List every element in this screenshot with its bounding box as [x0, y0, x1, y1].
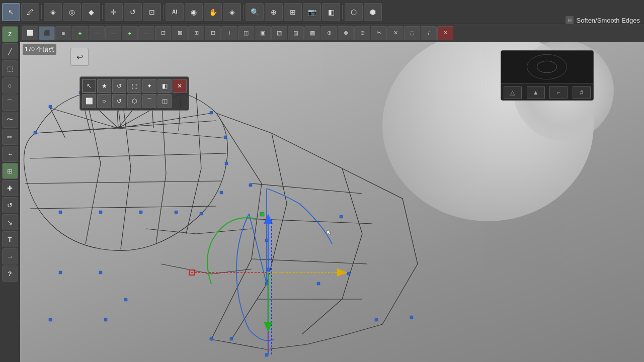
sidebar-offset-btn[interactable]: ⌁: [2, 146, 18, 162]
ext-btn[interactable]: ⊞: [188, 26, 204, 40]
bw-btn[interactable]: ▩: [304, 26, 320, 40]
mini-paint-btn[interactable]: ◫: [157, 94, 172, 108]
svg-rect-22: [210, 337, 213, 340]
sidebar-line-btn[interactable]: ╱: [2, 43, 18, 59]
hand-btn[interactable]: ✋: [204, 3, 222, 21]
panel-grid-btn[interactable]: #: [573, 86, 591, 99]
jitter-btn[interactable]: ≀: [221, 26, 237, 40]
del-btn[interactable]: ✕: [437, 26, 453, 40]
sidebar-tape-btn[interactable]: →: [2, 248, 18, 264]
fog-btn[interactable]: ◌: [404, 26, 420, 40]
sep3: [163, 5, 164, 19]
shaded-btn[interactable]: ◫: [238, 26, 254, 40]
ai-btn[interactable]: AI: [166, 3, 184, 21]
svg-rect-13: [139, 211, 142, 214]
mini-rotate-btn[interactable]: ↺: [112, 79, 126, 93]
mini-toolbar: ↖ ★ ↺ ⬚ ✦ ◧ ✕ ⬜ ○ ↺ ⬡ ⌒ ◫: [79, 76, 189, 111]
section-btn[interactable]: ◧: [322, 3, 340, 21]
obj2-btn[interactable]: ⬢: [364, 3, 382, 21]
lines-btn[interactable]: ≡: [55, 26, 71, 40]
follow-btn[interactable]: ◉: [185, 3, 203, 21]
panel-up-outline-btn[interactable]: △: [504, 86, 522, 99]
sidebar-pushpull-btn[interactable]: ⊞: [2, 163, 18, 179]
mono-btn[interactable]: ▧: [271, 26, 287, 40]
svg-rect-19: [265, 282, 268, 285]
panel-up-filled-btn[interactable]: ▲: [527, 86, 545, 99]
mini-scale-btn[interactable]: ⬚: [127, 79, 141, 93]
mini-crease-btn[interactable]: ◧: [157, 79, 172, 93]
zoomwin-btn[interactable]: ⊞: [284, 3, 302, 21]
end-btn[interactable]: ⊟: [205, 26, 221, 40]
mini-loop-btn[interactable]: ↺: [112, 94, 126, 108]
profile-btn[interactable]: ⊡: [155, 26, 171, 40]
svg-rect-25: [347, 272, 350, 275]
mini-select-btn[interactable]: ↖: [82, 79, 96, 93]
pencil-btn[interactable]: 🖊: [21, 3, 39, 21]
back-button[interactable]: ↩: [70, 48, 89, 66]
sidebar-circle-btn[interactable]: ○: [2, 77, 18, 94]
mini-polygon-btn[interactable]: ⬡: [127, 94, 141, 108]
axes-btn[interactable]: ⊗: [338, 26, 354, 40]
texture-btn[interactable]: ▣: [255, 26, 271, 40]
svg-rect-32: [49, 318, 52, 321]
rotate-btn[interactable]: ↺: [124, 3, 142, 21]
sidebar-help-btn[interactable]: ?: [2, 265, 18, 282]
mini-ellipse-btn[interactable]: ○: [97, 94, 111, 108]
sep5: [342, 5, 343, 19]
dash-btn[interactable]: —: [89, 26, 105, 40]
cut-btn[interactable]: ✂: [371, 26, 387, 40]
paint-btn[interactable]: ◆: [82, 3, 100, 21]
linestyle-btn[interactable]: —: [105, 26, 121, 40]
sidebar-scale-btn[interactable]: ↘: [2, 214, 18, 230]
mini-box-btn[interactable]: ⬜: [82, 94, 96, 108]
svg-rect-43: [501, 51, 593, 83]
sidebar-rotate-btn[interactable]: ↺: [2, 197, 18, 213]
mini-close-btn[interactable]: ✕: [173, 79, 187, 93]
svg-rect-30: [124, 298, 127, 301]
svg-rect-9: [220, 191, 223, 194]
cursor-indicator: [326, 229, 332, 235]
backface-btn[interactable]: ⬛: [39, 26, 55, 40]
panel-alt-btn[interactable]: ⌐: [549, 86, 568, 99]
sidebar-select-btn[interactable]: Z: [2, 26, 18, 42]
edgecolor-btn[interactable]: —: [138, 26, 154, 40]
camera-btn[interactable]: 📷: [303, 3, 321, 21]
svg-rect-21: [230, 337, 233, 340]
sidebar-pencil-btn[interactable]: ✏: [2, 129, 18, 145]
sidebar-freehand-btn[interactable]: 〜: [2, 112, 18, 128]
svg-rect-27: [410, 316, 413, 319]
pin-btn[interactable]: ◈: [223, 3, 241, 21]
guide-btn[interactable]: ⊘: [354, 26, 370, 40]
color-btn[interactable]: ▨: [288, 26, 304, 40]
close-btn[interactable]: ✕: [387, 26, 404, 40]
edgestyle-btn[interactable]: /: [421, 26, 437, 40]
svg-rect-16: [260, 212, 264, 216]
mini-subdivide-btn[interactable]: ✦: [142, 79, 156, 93]
mini-deform-btn[interactable]: ★: [97, 79, 111, 93]
sidebar-move-btn[interactable]: ✚: [2, 180, 18, 196]
sidebar-rect-btn[interactable]: ⬚: [2, 60, 18, 76]
scale-btn[interactable]: ⊡: [143, 3, 161, 21]
svg-rect-7: [224, 136, 227, 139]
addedge-btn[interactable]: +: [122, 26, 138, 40]
svg-rect-11: [59, 211, 62, 214]
eraser-btn[interactable]: ◈: [44, 3, 62, 21]
addlayer-btn[interactable]: +: [72, 26, 88, 40]
sep2: [102, 5, 103, 19]
zoom-btn[interactable]: ⊕: [265, 3, 283, 21]
display-btn[interactable]: ⊕: [321, 26, 337, 40]
search-btn[interactable]: 🔍: [246, 3, 264, 21]
sidebar-text-btn[interactable]: T: [2, 231, 18, 247]
soften-smooth-text: Soften/Smooth Edges: [577, 17, 640, 24]
obj1-btn[interactable]: ⬡: [345, 3, 363, 21]
vertex-count-label: 170 个顶点: [23, 44, 56, 55]
sidebar-arc-btn[interactable]: ⌒: [2, 95, 18, 111]
depth-btn[interactable]: ⊠: [172, 26, 188, 40]
select-tool-btn[interactable]: ↖: [2, 3, 20, 21]
face-btn[interactable]: ⬜: [22, 26, 38, 40]
soften-smooth-icon: ⊟: [566, 16, 574, 24]
mini-lasso-btn[interactable]: ⌒: [142, 94, 156, 108]
svg-marker-34: [264, 214, 273, 224]
orbit-btn[interactable]: ◎: [63, 3, 81, 21]
move-btn[interactable]: ✛: [105, 3, 123, 21]
